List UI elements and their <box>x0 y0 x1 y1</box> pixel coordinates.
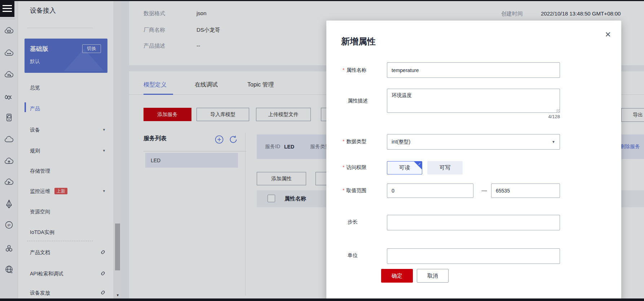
field-label-text: 属性名称 <box>346 67 366 73</box>
field-label-text: 单位 <box>348 252 358 258</box>
data-type-label: *数据类型 <box>343 138 366 145</box>
value-range-label: *取值范围 <box>343 187 366 194</box>
close-icon[interactable]: ✕ <box>603 30 613 39</box>
window-bottom-edge <box>0 298 644 301</box>
field-label-text: 属性描述 <box>348 98 368 103</box>
range-max-input[interactable] <box>491 183 560 198</box>
selected-corner: ✓ <box>414 161 422 169</box>
range-min-input[interactable] <box>387 183 473 198</box>
data-type-value: int(整型) <box>392 139 410 145</box>
required-star: * <box>343 67 344 73</box>
chip-label: 可写 <box>440 164 450 171</box>
required-star: * <box>343 138 344 144</box>
field-label-text: 取值范围 <box>346 187 366 193</box>
required-star: * <box>343 164 344 170</box>
property-desc-label: 属性描述 <box>343 98 368 104</box>
field-label-text: 访问权限 <box>346 164 366 170</box>
modal-title: 新增属性 <box>341 36 376 47</box>
access-label: *访问权限 <box>343 164 366 171</box>
check-icon: ✓ <box>418 162 421 166</box>
property-desc-textarea[interactable]: 环境温度 <box>387 89 560 113</box>
cancel-button[interactable]: 取消 <box>417 269 449 283</box>
unit-label: 单位 <box>343 252 358 259</box>
chip-label: 可读 <box>399 164 410 171</box>
iotda-console-screen: IP w 设备接入 基础版 切换 默认 总览 产品 设备 ▼ 规则 <box>0 0 644 301</box>
data-type-select[interactable]: int(整型) ▼ <box>387 134 560 150</box>
textarea-resize-handle[interactable] <box>556 109 560 113</box>
step-label: 步长 <box>343 219 358 225</box>
hamburger-menu-icon[interactable] <box>0 0 14 17</box>
unit-input[interactable] <box>387 248 560 264</box>
step-input[interactable] <box>387 215 560 230</box>
confirm-button[interactable]: 确定 <box>381 269 413 283</box>
access-readable-chip[interactable]: 可读 ✓ <box>387 161 422 174</box>
property-name-input[interactable] <box>387 62 560 78</box>
window-top-edge <box>0 0 644 1</box>
access-writable-chip[interactable]: 可写 <box>427 161 463 174</box>
range-dash: — <box>480 187 489 193</box>
field-label-text: 步长 <box>348 219 358 225</box>
required-star: * <box>343 187 344 193</box>
property-name-label: *属性名称 <box>343 67 366 74</box>
field-label-text: 数据类型 <box>346 138 366 144</box>
add-property-modal: ✕ 新增属性 *属性名称 属性描述 环境温度 4/128 *数据类型 int(整… <box>326 21 621 301</box>
char-counter: 4/128 <box>524 114 560 119</box>
dropdown-caret-icon: ▼ <box>552 140 555 144</box>
